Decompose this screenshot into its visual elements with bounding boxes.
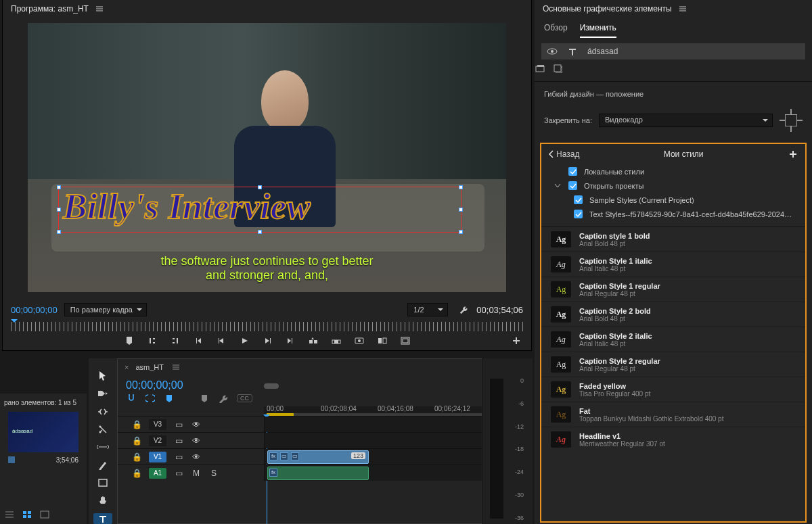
back-button[interactable]: Назад xyxy=(548,149,579,159)
lock-icon[interactable]: 🔒 xyxy=(131,468,142,479)
title-selection-box[interactable]: Billy's Interview xyxy=(58,187,461,233)
rectangle-tool[interactable] xyxy=(93,477,112,488)
lift-icon[interactable] xyxy=(308,335,319,346)
eye-icon[interactable]: 👁 xyxy=(191,419,202,430)
settings-wrench-icon[interactable] xyxy=(218,393,229,404)
pen-tool[interactable] xyxy=(93,460,112,471)
close-icon[interactable]: × xyxy=(125,363,129,371)
solo-icon[interactable]: S xyxy=(208,468,219,479)
mute-icon[interactable]: M xyxy=(191,468,202,479)
style-item[interactable]: Ag Caption Style 2 italic Arial Italic 4… xyxy=(541,327,805,352)
style-item[interactable]: Ag Faded yellow Tisa Pro Regular 400 pt xyxy=(541,377,805,402)
settings-wrench-icon[interactable] xyxy=(459,304,470,315)
type-tool[interactable] xyxy=(93,513,112,524)
track-v1[interactable]: 🔒V1▭👁 fx▭▭ 123 xyxy=(118,448,482,465)
ripple-edit-tool[interactable] xyxy=(93,406,112,417)
linked-selection-icon[interactable] xyxy=(145,393,156,404)
toggle-output-icon[interactable]: ▭ xyxy=(173,435,184,446)
style-item[interactable]: Ag Caption Style 2 bold Arial Bold 48 pt xyxy=(541,302,805,327)
style-item[interactable]: Ag Fat Toppan Bunkyu Midashi Gothic Extr… xyxy=(541,402,805,427)
graphic-layer-row[interactable]: ádsasad xyxy=(541,43,805,59)
checkbox-checked-icon[interactable] xyxy=(568,181,577,190)
pin-dropdown[interactable]: Видеокадр xyxy=(599,114,773,127)
video-clip[interactable]: fx▭▭ 123 xyxy=(267,450,369,464)
snap-icon[interactable] xyxy=(126,393,137,404)
mark-in-icon[interactable] xyxy=(147,335,158,346)
go-to-out-icon[interactable] xyxy=(285,335,296,346)
lock-icon[interactable]: 🔒 xyxy=(131,435,142,446)
lock-icon[interactable]: 🔒 xyxy=(131,419,142,430)
bin-thumbnail[interactable]: ádsasad xyxy=(8,412,78,452)
filter-local-styles[interactable]: Локальные стили xyxy=(541,164,805,178)
new-group-icon[interactable] xyxy=(535,63,545,74)
filter-text-styles-file[interactable]: Text Styles--f5784529-90c7-8a41-cecf-dd4… xyxy=(541,207,805,221)
list-view-icon[interactable] xyxy=(4,509,15,520)
comparison-view-icon[interactable] xyxy=(377,335,388,346)
style-item[interactable]: Ag Caption Style 2 regular Arial Regular… xyxy=(541,352,805,377)
zoom-fit-dropdown[interactable]: По размеру кадра xyxy=(64,303,147,316)
title-text[interactable]: Billy's Interview xyxy=(63,189,311,224)
eye-icon[interactable] xyxy=(547,46,558,57)
safe-margins-icon[interactable] xyxy=(400,335,411,346)
style-item[interactable]: Ag Headline v1 Merriweather Regular 307 … xyxy=(541,427,805,452)
layer-name[interactable]: ádsasad xyxy=(587,47,618,56)
toggle-output-icon[interactable]: ▭ xyxy=(173,452,184,462)
style-item[interactable]: Ag Caption Style 1 italic Arial Italic 4… xyxy=(541,252,805,277)
tc-in[interactable]: 00;00;00;00 xyxy=(11,305,58,315)
checkbox-checked-icon[interactable] xyxy=(568,167,577,176)
hand-tool[interactable] xyxy=(93,495,112,506)
slip-tool[interactable] xyxy=(93,442,112,452)
toggle-output-icon[interactable]: ▭ xyxy=(173,419,184,430)
play-icon[interactable] xyxy=(239,335,250,346)
panel-menu-icon[interactable] xyxy=(171,362,181,373)
add-marker-icon[interactable] xyxy=(164,393,175,404)
resolution-dropdown[interactable]: 1/2 xyxy=(407,303,448,316)
track-a1[interactable]: 🔒A1▭MS fx xyxy=(118,465,482,481)
razor-tool[interactable] xyxy=(93,424,112,435)
eye-icon[interactable]: 👁 xyxy=(191,452,202,462)
tab-browse[interactable]: Обзор xyxy=(544,23,568,38)
checkbox-checked-icon[interactable] xyxy=(574,210,583,218)
audio-clip[interactable]: fx xyxy=(267,467,369,480)
add-marker-icon[interactable] xyxy=(124,335,135,346)
tc-out[interactable]: 00;03;54;06 xyxy=(476,305,523,315)
program-time-ruler[interactable] xyxy=(11,322,523,331)
step-forward-icon[interactable] xyxy=(262,335,273,346)
tab-edit[interactable]: Изменить xyxy=(580,23,616,38)
timeline-h-scroll[interactable] xyxy=(264,383,482,389)
step-back-icon[interactable] xyxy=(216,335,227,346)
filter-sample-project[interactable]: Sample Styles (Current Project) xyxy=(541,193,805,207)
track-select-tool[interactable] xyxy=(93,388,112,399)
go-to-in-icon[interactable] xyxy=(193,335,204,346)
pin-widget[interactable] xyxy=(780,109,803,132)
extract-icon[interactable] xyxy=(331,335,342,346)
freeform-view-icon[interactable] xyxy=(39,509,50,520)
eye-icon[interactable]: 👁 xyxy=(191,435,202,446)
export-frame-icon[interactable] xyxy=(354,335,365,346)
track-v3[interactable]: 🔒V3▭👁 xyxy=(118,416,482,432)
add-style-plus-icon[interactable] xyxy=(788,149,798,160)
style-item[interactable]: Ag Caption Style 1 regular Arial Regular… xyxy=(541,277,805,302)
selection-tool[interactable] xyxy=(93,371,112,381)
mark-out-icon[interactable] xyxy=(170,335,181,346)
label-color-icon[interactable] xyxy=(8,456,15,463)
program-video-frame[interactable]: Billy's Interview the software just cont… xyxy=(28,23,506,292)
style-detail: Arial Bold 48 pt xyxy=(579,240,650,247)
captions-cc-icon[interactable]: CC xyxy=(237,394,252,402)
checkbox-checked-icon[interactable] xyxy=(574,195,583,204)
new-layer-icon[interactable] xyxy=(552,63,563,74)
toggle-output-icon[interactable]: ▭ xyxy=(173,468,184,479)
timeline-tab[interactable]: × asm_HT xyxy=(118,359,482,375)
filter-open-projects[interactable]: Открыть проекты xyxy=(541,178,805,193)
panel-menu-icon[interactable] xyxy=(677,3,688,14)
chevron-down-icon[interactable] xyxy=(554,183,562,189)
lock-icon[interactable]: 🔒 xyxy=(131,452,142,462)
style-item[interactable]: Ag Caption style 1 bold Arial Bold 48 pt xyxy=(541,227,805,252)
button-editor-plus-icon[interactable] xyxy=(511,335,522,346)
icon-view-icon[interactable] xyxy=(22,509,32,520)
playhead-icon[interactable] xyxy=(11,319,18,326)
panel-menu-icon[interactable] xyxy=(94,3,105,14)
time-ruler[interactable]: 00;00 00;02;08;04 00;04;16;08 00;06;24;1… xyxy=(264,406,482,416)
track-v2[interactable]: 🔒V2▭👁 xyxy=(118,432,482,448)
marker-icon[interactable] xyxy=(199,393,210,404)
